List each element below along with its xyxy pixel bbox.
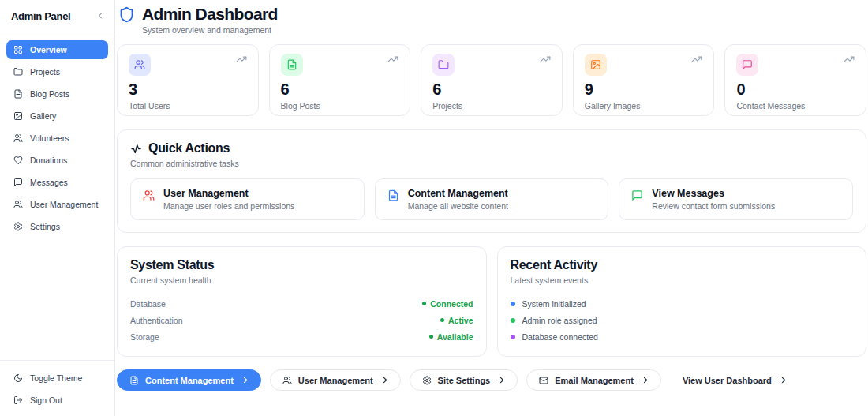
stat-card-blog-posts[interactable]: 6 Blog Posts (269, 44, 411, 116)
log-out-icon (13, 395, 23, 405)
quick-action-title: User Management (163, 188, 294, 199)
stat-value: 3 (129, 81, 247, 97)
sidebar-item-label: Settings (30, 222, 60, 231)
main-content: Admin Dashboard System overview and mana… (115, 0, 868, 416)
quick-action-desc: Manage user roles and permissions (163, 201, 294, 211)
status-activity-row: System Status Current system health Data… (117, 246, 866, 357)
trending-up-icon (540, 54, 551, 65)
sidebar-item-label: Gallery (30, 111, 56, 121)
quick-action-title: View Messages (652, 188, 775, 199)
sign-out-label: Sign Out (30, 395, 62, 405)
sidebar-item-label: Volunteers (30, 133, 69, 143)
quick-actions-title: Quick Actions (148, 141, 230, 156)
shield-icon (118, 6, 135, 23)
quick-actions-panel: Quick Actions Common administrative task… (117, 129, 866, 233)
sidebar: Admin Panel Overview Projects Blog Posts… (0, 0, 115, 416)
sidebar-item-messages[interactable]: Messages (6, 173, 108, 192)
sidebar-footer: Toggle Theme Sign Out (0, 360, 114, 416)
activity-text: Admin role assigned (522, 316, 597, 325)
recent-activity-title: Recent Activity (511, 258, 854, 272)
toggle-theme-button[interactable]: Toggle Theme (6, 369, 108, 388)
toggle-theme-label: Toggle Theme (30, 373, 82, 383)
sidebar-item-settings[interactable]: Settings (6, 217, 108, 236)
quick-action-desc: Review contact form submissions (652, 201, 775, 211)
button-label: Site Settings (438, 376, 491, 385)
quick-actions-subtitle: Common administrative tasks (130, 159, 853, 168)
button-label: Content Management (145, 376, 234, 385)
sidebar-item-label: Projects (30, 67, 60, 77)
sidebar-item-gallery[interactable]: Gallery (6, 107, 108, 126)
sidebar-item-overview[interactable]: Overview (6, 40, 108, 59)
stat-card-projects[interactable]: 6 Projects (421, 44, 563, 116)
stat-card-gallery-images[interactable]: 9 Gallery Images (573, 44, 715, 116)
page-header: Admin Dashboard System overview and mana… (117, 0, 866, 36)
app-title: Admin Panel (11, 10, 70, 22)
stat-label: Blog Posts (281, 101, 399, 111)
heart-icon (13, 156, 23, 165)
file-text-icon (129, 376, 139, 385)
status-row-storage: Storage Available (130, 328, 473, 345)
sidebar-item-label: Overview (30, 45, 67, 54)
activity-item: Admin role assigned (511, 312, 854, 328)
activity-item: System initialized (511, 295, 854, 312)
button-label: Email Management (555, 376, 634, 385)
stat-value: 9 (585, 81, 703, 97)
stat-label: Gallery Images (585, 101, 703, 111)
status-badge: Available (429, 332, 473, 342)
collapse-sidebar-icon[interactable] (95, 11, 105, 21)
view-user-dashboard-link[interactable]: View User Dashboard (670, 369, 799, 391)
arrow-right-icon (640, 376, 649, 384)
stat-value: 0 (736, 81, 855, 97)
status-label: Database (130, 299, 166, 309)
sidebar-item-label: Messages (30, 178, 68, 187)
sidebar-item-user-management[interactable]: User Management (6, 195, 108, 214)
sign-out-button[interactable]: Sign Out (6, 391, 108, 410)
trending-up-icon (387, 54, 398, 65)
sidebar-item-volunteers[interactable]: Volunteers (6, 129, 108, 148)
sidebar-item-donations[interactable]: Donations (6, 151, 108, 170)
status-dot-icon (429, 335, 433, 339)
sidebar-item-projects[interactable]: Projects (6, 62, 108, 81)
message-square-icon (13, 178, 23, 187)
activity-dot-icon (511, 335, 515, 339)
system-status-panel: System Status Current system health Data… (117, 246, 487, 357)
gear-icon (13, 222, 23, 231)
button-label: View User Dashboard (683, 376, 772, 385)
recent-activity-panel: Recent Activity Latest system events Sys… (497, 246, 867, 357)
recent-activity-subtitle: Latest system events (511, 275, 854, 285)
arrow-right-icon (380, 376, 388, 384)
image-icon (13, 111, 23, 121)
quick-action-view-messages[interactable]: View Messages Review contact form submis… (619, 178, 853, 220)
status-badge: Connected (422, 299, 473, 309)
trending-up-icon (236, 54, 247, 65)
arrow-right-icon (778, 376, 787, 384)
trending-up-icon (691, 54, 702, 65)
activity-item: Database connected (511, 328, 854, 345)
users-icon (13, 133, 23, 143)
status-dot-icon (422, 302, 426, 305)
file-text-icon (387, 189, 399, 201)
sidebar-item-label: Donations (30, 156, 67, 165)
activity-dot-icon (511, 302, 515, 306)
user-management-button[interactable]: User Management (270, 369, 401, 391)
stat-label: Total Users (129, 101, 247, 111)
quick-action-content-management[interactable]: Content Management Manage all website co… (375, 178, 609, 220)
stat-value: 6 (281, 81, 399, 97)
stat-card-contact-messages[interactable]: 0 Contact Messages (724, 44, 866, 116)
system-status-title: System Status (130, 258, 473, 272)
sidebar-header: Admin Panel (0, 0, 114, 32)
content-management-button[interactable]: Content Management (117, 369, 261, 391)
stat-value: 6 (432, 81, 551, 97)
gear-icon (422, 376, 432, 385)
site-settings-button[interactable]: Site Settings (410, 369, 518, 391)
sidebar-item-label: User Management (30, 200, 98, 209)
sidebar-item-blog-posts[interactable]: Blog Posts (6, 84, 108, 103)
folder-icon (432, 54, 455, 76)
activity-dot-icon (511, 318, 515, 323)
stat-card-total-users[interactable]: 3 Total Users (117, 44, 259, 116)
quick-action-desc: Manage all website content (408, 201, 508, 211)
email-management-button[interactable]: Email Management (526, 369, 661, 391)
users-icon (13, 200, 23, 209)
quick-action-user-management[interactable]: User Management Manage user roles and pe… (130, 178, 365, 220)
page-title: Admin Dashboard (142, 6, 278, 23)
